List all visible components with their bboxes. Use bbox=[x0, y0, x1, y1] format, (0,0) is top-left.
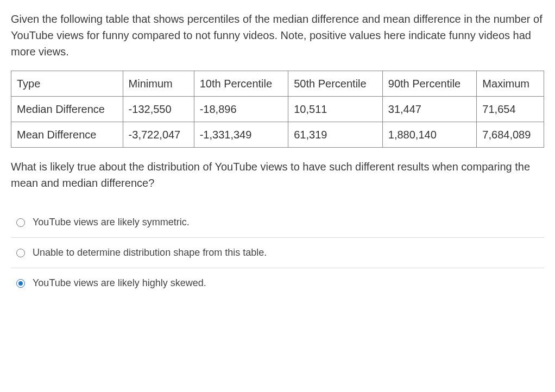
option-unable[interactable]: Unable to determine distribution shape f… bbox=[11, 237, 544, 268]
cell-90th: 1,880,140 bbox=[382, 122, 477, 148]
cell-90th: 31,447 bbox=[382, 97, 477, 122]
cell-min: -3,722,047 bbox=[123, 122, 194, 148]
option-label: YouTube views are likely highly skewed. bbox=[33, 276, 206, 290]
radio-icon bbox=[16, 249, 25, 257]
answer-options: YouTube views are likely symmetric. Unab… bbox=[11, 207, 544, 298]
cell-50th: 61,319 bbox=[288, 122, 383, 148]
cell-max: 7,684,089 bbox=[477, 122, 544, 148]
cell-type: Median Difference bbox=[11, 97, 123, 122]
cell-max: 71,654 bbox=[477, 97, 544, 122]
question-followup: What is likely true about the distributi… bbox=[11, 159, 544, 191]
table-row: Mean Difference -3,722,047 -1,331,349 61… bbox=[11, 122, 544, 148]
option-symmetric[interactable]: YouTube views are likely symmetric. bbox=[11, 207, 544, 237]
header-50th: 50th Percentile bbox=[288, 71, 383, 97]
header-type: Type bbox=[11, 71, 123, 97]
option-label: Unable to determine distribution shape f… bbox=[33, 245, 267, 260]
cell-min: -132,550 bbox=[123, 97, 194, 122]
header-10th: 10th Percentile bbox=[194, 71, 288, 97]
cell-type: Mean Difference bbox=[11, 122, 123, 148]
header-minimum: Minimum bbox=[123, 71, 194, 97]
cell-50th: 10,511 bbox=[288, 97, 383, 122]
option-label: YouTube views are likely symmetric. bbox=[33, 215, 190, 230]
cell-10th: -18,896 bbox=[194, 97, 288, 122]
header-90th: 90th Percentile bbox=[382, 71, 477, 97]
radio-icon bbox=[16, 218, 25, 227]
cell-10th: -1,331,349 bbox=[194, 122, 288, 148]
question-intro: Given the following table that shows per… bbox=[11, 11, 544, 60]
table-header-row: Type Minimum 10th Percentile 50th Percen… bbox=[11, 71, 544, 97]
radio-icon bbox=[16, 279, 25, 288]
table-row: Median Difference -132,550 -18,896 10,51… bbox=[11, 97, 544, 122]
header-maximum: Maximum bbox=[477, 71, 544, 97]
percentile-table: Type Minimum 10th Percentile 50th Percen… bbox=[11, 71, 544, 148]
option-skewed[interactable]: YouTube views are likely highly skewed. bbox=[11, 268, 544, 298]
